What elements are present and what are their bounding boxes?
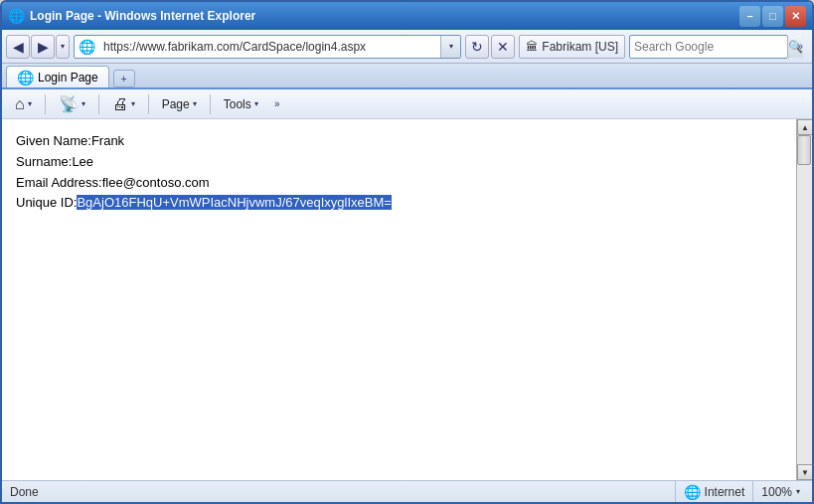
content-area: Given Name:Frank Surname:Lee Email Addre… bbox=[2, 119, 796, 480]
home-icon: ⌂ bbox=[15, 95, 25, 113]
tab-label: Login Page bbox=[38, 71, 98, 84]
email-label: Email Address: bbox=[16, 175, 102, 190]
zone-panel: 🌐 Internet bbox=[675, 481, 753, 502]
page-label: Page bbox=[162, 97, 190, 111]
title-bar-text: Login Page - Windows Internet Explorer bbox=[30, 9, 739, 23]
minimize-button[interactable]: – bbox=[739, 6, 760, 27]
status-bar: Done 🌐 Internet 100% ▾ bbox=[2, 480, 812, 502]
scroll-up-button[interactable]: ▲ bbox=[797, 119, 812, 135]
zoom-dropdown-icon: ▾ bbox=[796, 487, 800, 496]
feed-icon: 📡 bbox=[59, 94, 79, 113]
tab-icon: 🌐 bbox=[17, 70, 34, 85]
tools-button[interactable]: Tools ▾ bbox=[217, 92, 265, 116]
toolbar-extra[interactable]: » bbox=[269, 98, 285, 109]
given-name-value: Frank bbox=[91, 133, 124, 148]
address-icon: 🌐 bbox=[75, 39, 99, 55]
toolbar: ⌂ ▾ 📡 ▾ 🖨 ▾ Page ▾ Tools ▾ » bbox=[2, 89, 812, 119]
feed-button[interactable]: 📡 ▾ bbox=[52, 92, 92, 116]
email-value: flee@contoso.com bbox=[102, 175, 210, 190]
search-bar: 🔍 bbox=[629, 35, 788, 59]
forward-button[interactable]: ▶ bbox=[31, 35, 55, 59]
address-bar[interactable]: 🌐 https://www.fabrikam.com/CardSpace/log… bbox=[74, 35, 461, 59]
surname-value: Lee bbox=[72, 154, 93, 169]
title-bar-buttons: – □ ✕ bbox=[739, 6, 806, 27]
print-icon: 🖨 bbox=[112, 95, 128, 113]
unique-id-label: Unique ID: bbox=[16, 195, 77, 210]
back-forward-dropdown[interactable]: ▾ bbox=[56, 35, 70, 59]
scroll-thumb[interactable] bbox=[797, 135, 811, 165]
nav-extra[interactable]: » bbox=[792, 41, 808, 52]
zone-icon: 🌐 bbox=[684, 484, 701, 500]
given-name-line: Given Name:Frank bbox=[16, 131, 782, 152]
scroll-track[interactable] bbox=[797, 135, 812, 464]
zoom-label: 100% bbox=[761, 485, 792, 499]
address-text: https://www.fabrikam.com/CardSpace/login… bbox=[99, 38, 440, 56]
zone-label: Internet bbox=[705, 485, 745, 499]
scroll-down-button[interactable]: ▼ bbox=[797, 464, 812, 480]
page-button[interactable]: Page ▾ bbox=[155, 92, 204, 116]
site-badge[interactable]: 🏛 Fabrikam [US] bbox=[519, 35, 625, 59]
search-input[interactable] bbox=[630, 38, 787, 56]
tools-label: Tools bbox=[224, 97, 251, 111]
content-wrapper: Given Name:Frank Surname:Lee Email Addre… bbox=[2, 119, 812, 480]
site-badge-text: Fabrikam [US] bbox=[542, 40, 618, 54]
page-dropdown-icon: ▾ bbox=[193, 99, 197, 108]
tab-bar: 🌐 Login Page + bbox=[2, 64, 812, 89]
given-name-label: Given Name: bbox=[16, 133, 91, 148]
back-forward-group: ◀ ▶ ▾ bbox=[6, 35, 70, 59]
tab-login-page[interactable]: 🌐 Login Page bbox=[6, 66, 109, 87]
toolbar-separator-4 bbox=[210, 94, 211, 114]
surname-line: Surname:Lee bbox=[16, 152, 782, 173]
refresh-stop-group: ↻ ✕ bbox=[465, 35, 515, 59]
new-tab-button[interactable]: + bbox=[113, 70, 135, 87]
back-button[interactable]: ◀ bbox=[6, 35, 30, 59]
home-button[interactable]: ⌂ ▾ bbox=[8, 92, 39, 116]
home-dropdown-icon: ▾ bbox=[28, 99, 32, 108]
toolbar-separator-2 bbox=[98, 94, 99, 114]
unique-id-value: BgAjO16FHqU+VmWPIacNHjvwmJ/67veqIxyglIxe… bbox=[77, 195, 391, 210]
refresh-button[interactable]: ↻ bbox=[465, 35, 489, 59]
address-dropdown[interactable]: ▾ bbox=[440, 36, 460, 58]
status-text: Done bbox=[6, 485, 675, 499]
browser-window: 🌐 Login Page - Windows Internet Explorer… bbox=[0, 0, 814, 504]
tools-dropdown-icon: ▾ bbox=[254, 99, 258, 108]
close-button[interactable]: ✕ bbox=[785, 6, 806, 27]
site-badge-icon: 🏛 bbox=[526, 40, 538, 54]
print-button[interactable]: 🖨 ▾ bbox=[105, 92, 142, 116]
zoom-panel[interactable]: 100% ▾ bbox=[752, 481, 808, 502]
toolbar-separator-3 bbox=[148, 94, 149, 114]
surname-label: Surname: bbox=[16, 154, 72, 169]
maximize-button[interactable]: □ bbox=[762, 6, 783, 27]
nav-bar: ◀ ▶ ▾ 🌐 https://www.fabrikam.com/CardSpa… bbox=[2, 30, 812, 64]
vertical-scrollbar[interactable]: ▲ ▼ bbox=[796, 119, 812, 480]
stop-button[interactable]: ✕ bbox=[491, 35, 515, 59]
feed-dropdown-icon: ▾ bbox=[81, 99, 85, 108]
print-dropdown-icon: ▾ bbox=[131, 99, 135, 108]
browser-icon: 🌐 bbox=[8, 8, 24, 24]
toolbar-separator-1 bbox=[45, 94, 46, 114]
title-bar: 🌐 Login Page - Windows Internet Explorer… bbox=[2, 2, 812, 30]
email-line: Email Address:flee@contoso.com bbox=[16, 173, 782, 194]
unique-id-line: Unique ID:BgAjO16FHqU+VmWPIacNHjvwmJ/67v… bbox=[16, 193, 782, 214]
